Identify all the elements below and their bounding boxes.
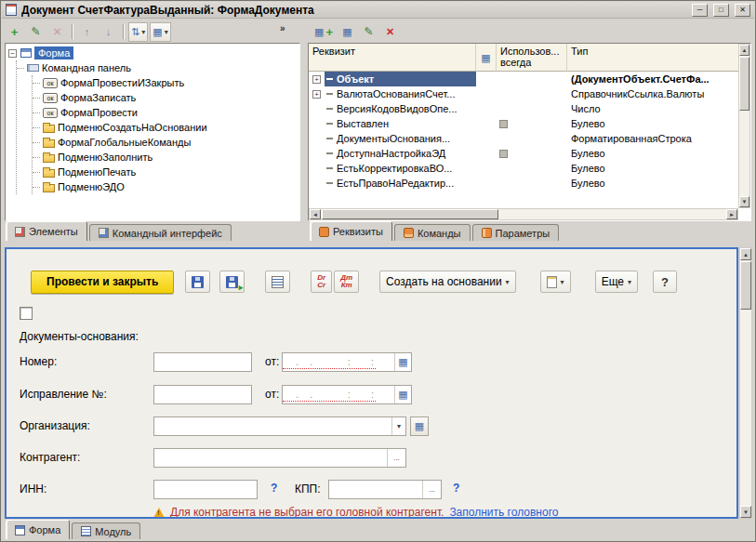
scroll-down-button[interactable]: ▼ [740, 506, 751, 518]
tree-twig [17, 68, 24, 69]
collapse-icon[interactable]: − [8, 49, 17, 58]
attribute-icon [326, 182, 333, 184]
add-button[interactable]: + [5, 22, 24, 42]
tab-commands[interactable]: Команды [394, 224, 471, 241]
tree-twig [33, 142, 40, 143]
sort-dropdown-button[interactable]: ⇅ ▾ [128, 22, 148, 42]
tree-item-command-panel[interactable]: Командная панель [17, 60, 299, 75]
dr-cr-button[interactable]: DrCr [311, 271, 332, 293]
maximize-button[interactable]: □ [713, 4, 729, 17]
scroll-right-button[interactable]: ► [726, 209, 737, 219]
form-preview[interactable]: Провести и закрыть ▸ DrCr ДтКт Создать н… [5, 247, 738, 519]
delete-attribute-button[interactable]: ✕ [380, 22, 400, 42]
tree-item[interactable]: окФормаЗаписать [33, 90, 299, 105]
kpp-select-button[interactable]: ... [422, 481, 441, 498]
close-button[interactable]: ✕ [735, 4, 750, 17]
delete-button[interactable]: ✕ [47, 22, 67, 42]
date-input[interactable]: . . : : ▦ [282, 352, 412, 372]
chevron-down-icon[interactable]: ▾ [391, 417, 405, 435]
form-tab-icon [15, 525, 25, 535]
edit-attribute-button[interactable]: ✎ [359, 22, 378, 42]
tree-item-label: ПодменюЭДО [58, 181, 125, 192]
use-always-checkbox[interactable] [499, 120, 508, 128]
expand-icon[interactable]: + [312, 90, 321, 99]
post-and-close-button[interactable]: Провести и закрыть [31, 271, 174, 294]
scroll-up-button[interactable]: ▲ [740, 248, 751, 260]
attribute-table-button[interactable]: ▦ [338, 22, 357, 42]
attributes-vertical-scrollbar[interactable]: ▲ ▼ [738, 44, 750, 208]
attributes-horizontal-scrollbar[interactable]: ◄ ► [309, 208, 738, 220]
number-input[interactable] [153, 352, 252, 372]
column-header-type[interactable]: Тип [567, 44, 738, 72]
help-button[interactable]: ? [653, 271, 677, 293]
title-bar[interactable]: Документ СчетФактураВыданный: ФормаДокум… [2, 2, 754, 19]
toolbar-overflow-button[interactable]: » [280, 23, 285, 33]
attachments-dropdown-button[interactable]: ▾ [540, 271, 571, 293]
inn-input[interactable] [153, 480, 258, 499]
attribute-row[interactable]: ВерсияКодовВидовОпе... Число [309, 101, 738, 116]
tree-item-forma[interactable]: − Форма [7, 46, 299, 60]
tab-attributes[interactable]: Реквизиты [310, 221, 392, 241]
column-header-icon[interactable]: ▦ [476, 44, 497, 72]
tree-item[interactable]: ПодменюСоздатьНаОсновании [33, 120, 299, 135]
scroll-down-button[interactable]: ▼ [739, 196, 749, 207]
column-header-use-always[interactable]: Использов... всегда [497, 44, 567, 72]
tree-item[interactable]: окФормаПровестиИЗакрыть [33, 75, 299, 90]
tab-elements[interactable]: Элементы [6, 221, 87, 241]
scrollbar-thumb[interactable] [740, 261, 751, 310]
column-header-attribute[interactable]: Реквизит [309, 44, 476, 72]
tree-item[interactable]: ПодменюЭДО [33, 179, 299, 194]
tree-item[interactable]: ПодменюЗаполнить [33, 150, 299, 165]
use-always-checkbox[interactable] [499, 150, 508, 158]
tree-item[interactable]: ФормаГлобальныеКоманды [33, 135, 299, 150]
contractor-input[interactable]: ... [153, 448, 406, 468]
tab-module[interactable]: Модуль [72, 522, 140, 539]
tab-command-interface[interactable]: Командный интерфейс [89, 224, 232, 241]
fill-head-contractor-link[interactable]: Заполнить головного [449, 506, 558, 519]
move-down-button[interactable]: ↓ [99, 22, 118, 42]
scrollbar-thumb[interactable] [739, 57, 749, 111]
scrollbar-thumb[interactable] [322, 209, 498, 219]
more-button[interactable]: Еще ▾ [595, 271, 638, 293]
attribute-row[interactable]: +ВалютаОснованияСчет... СправочникСсылка… [309, 86, 738, 101]
folder-icon [43, 169, 55, 178]
attribute-row[interactable]: ЕстьПравоНаРедактир... Булево [309, 176, 738, 191]
attribute-row[interactable]: Выставлен Булево [309, 116, 738, 131]
attributes-grid: Реквизит ▦ Использов... всегда Тип +Объе… [309, 44, 738, 208]
organization-combo[interactable]: ▾ [153, 416, 406, 436]
add-attribute-button[interactable]: ▦+ [312, 22, 336, 42]
calendar-button[interactable]: ▦ [394, 386, 411, 403]
calendar-button[interactable]: ▦ [394, 353, 411, 371]
toolbar-separator [123, 24, 124, 39]
expand-icon[interactable]: + [312, 75, 321, 84]
correction-input[interactable] [153, 385, 252, 404]
tab-parameters[interactable]: Параметры [472, 224, 560, 241]
move-up-button[interactable]: ↑ [77, 22, 97, 42]
attribute-row[interactable]: ДокументыОснования... ФорматированнаяСтр… [309, 131, 738, 146]
form-vertical-scrollbar[interactable]: ▲ ▼ [739, 247, 752, 519]
tab-form[interactable]: Форма [6, 520, 70, 539]
documents-base-link[interactable]: Документы-основания: [20, 330, 139, 343]
view-mode-dropdown-button[interactable]: ▦ ▾ [150, 22, 170, 42]
create-based-on-button[interactable]: Создать на основании ▾ [379, 271, 516, 293]
tree-item[interactable]: ПодменюПечать [33, 165, 299, 179]
save-button[interactable] [185, 271, 210, 293]
show-list-button[interactable] [265, 271, 290, 293]
tree-item[interactable]: окФормаПровести [33, 105, 299, 120]
contractor-select-button[interactable]: ... [387, 449, 405, 467]
edit-button[interactable]: ✎ [26, 22, 46, 42]
kpp-help-link[interactable]: ? [453, 482, 459, 495]
dt-kt-button[interactable]: ДтКт [334, 271, 359, 293]
form-checkbox[interactable] [20, 307, 33, 320]
correction-date-input[interactable]: . . : : ▦ [282, 385, 412, 404]
attribute-row[interactable]: ДоступнаНастройкаЭД Булево [309, 146, 738, 161]
organization-open-button[interactable]: ▦ [410, 416, 429, 436]
scroll-left-button[interactable]: ◄ [310, 209, 321, 219]
inn-help-link[interactable]: ? [271, 482, 277, 495]
kpp-input[interactable]: ... [328, 480, 442, 499]
attribute-row[interactable]: ЕстьКорректировкаВО... Булево [309, 161, 738, 176]
minimize-button[interactable]: ─ [692, 4, 708, 17]
post-button[interactable]: ▸ [219, 271, 245, 293]
attribute-row[interactable]: +Объект (ДокументОбъект.СчетФа... [309, 72, 738, 86]
scroll-up-button[interactable]: ▲ [739, 45, 749, 56]
